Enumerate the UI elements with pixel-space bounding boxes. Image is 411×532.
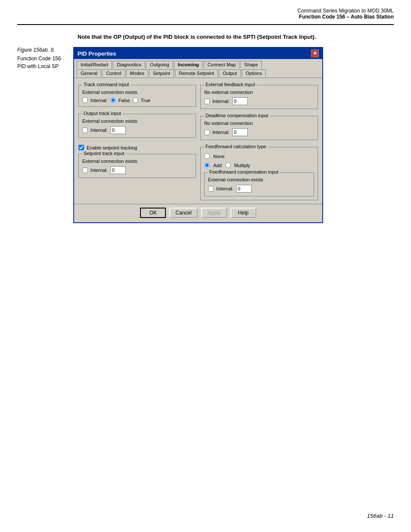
tab-remote-setpoint[interactable]: Remote Setpoint: [175, 69, 218, 77]
enable-setpoint-section: Enable setpoint tracking Setpoint track …: [78, 145, 196, 178]
setpoint-track-status: External connection exists: [82, 159, 192, 164]
ff-multiply-radio[interactable]: [225, 162, 231, 168]
external-feedback-internal-input[interactable]: [232, 97, 248, 105]
track-command-input-group: Track command input External connection …: [78, 85, 196, 107]
ok-button[interactable]: OK: [140, 208, 166, 218]
output-track-internal-input[interactable]: [110, 126, 126, 134]
setpoint-track-title: Setpoint track input: [82, 151, 125, 156]
external-feedback-internal-label: Internal:: [212, 99, 230, 104]
dialog-pid-properties: PID Properties ✕ Initial/Restart Diagnos…: [73, 47, 323, 223]
ff-add-radio[interactable]: [204, 162, 210, 168]
close-button[interactable]: ✕: [311, 50, 319, 57]
help-button[interactable]: Help: [230, 208, 256, 218]
ff-multiply-label: Multiply: [234, 163, 250, 168]
dialog-titlebar: PID Properties ✕: [74, 48, 322, 59]
tab-shape[interactable]: Shape: [240, 61, 262, 68]
right-column: External feedback input No external conn…: [200, 81, 318, 200]
deadtime-compensation-internal-input[interactable]: [232, 128, 248, 136]
ff-none-radio[interactable]: [204, 153, 210, 159]
output-track-content: External connection exists Internal:: [82, 118, 192, 134]
setpoint-track-content: External connection exists Internal:: [82, 159, 192, 174]
track-command-status: External connection exists: [82, 90, 192, 95]
tab-control[interactable]: Control: [102, 69, 125, 77]
feedforward-comp-internal-checkbox[interactable]: [208, 186, 214, 192]
ff-add-multiply-row: Add Multiply: [204, 162, 314, 168]
output-track-title: Output track input: [82, 111, 122, 116]
deadtime-compensation-internal-checkbox[interactable]: [204, 130, 210, 135]
left-column: Track command input External connection …: [78, 81, 196, 200]
output-track-internal-label: Internal:: [90, 128, 108, 133]
deadtime-compensation-status: No external connection: [204, 121, 314, 126]
tab-row-2: General Control Modes Setpoint Remote Se…: [77, 69, 320, 77]
tab-outgoing[interactable]: Outgoing: [146, 61, 173, 68]
external-feedback-group: External feedback input No external conn…: [200, 85, 318, 109]
output-track-input-group: Output track input External connection e…: [78, 114, 196, 138]
track-command-title: Track command input: [82, 82, 130, 87]
figure-ref: Figure 156ab .9.: [17, 47, 69, 53]
figure-pidlabel: PID with Local SP: [17, 63, 69, 69]
main-content: Note that the OP (Output) of the PID blo…: [0, 25, 411, 240]
external-feedback-content: No external connection Internal:: [204, 90, 314, 105]
setpoint-track-internal-label: Internal:: [90, 168, 108, 173]
tab-modes[interactable]: Modes: [126, 69, 148, 77]
figure-funccode: Function Code 156: [17, 56, 69, 62]
setpoint-track-internal-checkbox[interactable]: [82, 168, 88, 173]
deadtime-compensation-title: Deadtime compensation input: [204, 113, 270, 118]
tab-options[interactable]: Options: [242, 69, 266, 77]
apply-button[interactable]: Apply: [201, 208, 227, 218]
tab-incoming[interactable]: Incoming: [174, 61, 203, 68]
page-footer: 156ab - 11: [367, 513, 394, 519]
feedforward-comp-internal-label: Internal:: [216, 186, 234, 191]
external-feedback-title: External feedback input: [204, 82, 256, 87]
feedforward-comp-title: Feedforward compensation input: [208, 169, 280, 174]
deadtime-compensation-content: No external connection Internal:: [204, 121, 314, 136]
dialog-title: PID Properties: [78, 50, 116, 57]
enable-setpoint-label: Enable setpoint tracking: [87, 145, 137, 150]
external-feedback-internal-checkbox[interactable]: [204, 99, 210, 104]
output-track-status: External connection exists: [82, 118, 192, 124]
ff-add-label: Add: [213, 163, 222, 168]
feedforward-comp-internal-input[interactable]: [236, 185, 252, 193]
track-command-internal-checkbox[interactable]: [82, 97, 88, 103]
tab-general[interactable]: General: [77, 69, 101, 77]
ff-none-label: None: [213, 154, 224, 159]
setpoint-track-internal-row: Internal:: [82, 166, 192, 174]
feedforward-calc-content: None Add Multiply: [204, 152, 314, 168]
track-command-content: External connection exists Internal: Fal…: [82, 90, 192, 103]
setpoint-track-input-group: Setpoint track input External connection…: [78, 154, 196, 178]
track-command-true-radio[interactable]: [133, 97, 138, 103]
dialog-buttons: OK Cancel Apply Help: [74, 204, 322, 222]
header-title: Command Series Migration to MOD 30ML: [17, 8, 394, 14]
dialog-body: Track command input External connection …: [74, 78, 322, 204]
external-feedback-internal-row: Internal:: [204, 97, 314, 105]
track-command-false-radio[interactable]: [110, 97, 116, 103]
note-text: Note that the OP (Output) of the PID blo…: [78, 34, 388, 40]
figure-area: Figure 156ab .9. Function Code 156 PID w…: [17, 47, 394, 223]
feedforward-comp-input-group: Feedforward compensation input External …: [204, 172, 314, 196]
ff-none-row: None: [204, 153, 314, 159]
tab-bar: Initial/Restart Diagnostics Outgoing Inc…: [74, 59, 322, 78]
tab-row-1: Initial/Restart Diagnostics Outgoing Inc…: [77, 61, 320, 68]
setpoint-track-internal-input[interactable]: [110, 166, 126, 174]
tab-diagnostics[interactable]: Diagnostics: [113, 61, 145, 68]
output-track-internal-checkbox[interactable]: [82, 128, 88, 133]
feedforward-calc-title: Feedforward calculation type: [204, 144, 268, 149]
feedforward-comp-content: External connection exists Internal:: [208, 177, 310, 193]
figure-label: Figure 156ab .9. Function Code 156 PID w…: [17, 47, 73, 69]
external-feedback-status: No external connection: [204, 90, 314, 95]
cancel-button[interactable]: Cancel: [169, 208, 197, 218]
track-command-true-label: True: [141, 98, 150, 103]
track-command-internal-label: Internal:: [90, 98, 108, 103]
tab-setpoint[interactable]: Setpoint: [149, 69, 174, 77]
tab-connect-map[interactable]: Connect Map: [204, 61, 240, 68]
page-header: Command Series Migration to MOD 30ML Fun…: [0, 0, 411, 22]
tab-output[interactable]: Output: [219, 69, 241, 77]
deadtime-compensation-internal-row: Internal:: [204, 128, 314, 136]
enable-setpoint-header: Enable setpoint tracking: [78, 145, 196, 150]
deadtime-compensation-internal-label: Internal:: [212, 130, 230, 135]
tab-initial-restart[interactable]: Initial/Restart: [77, 61, 112, 68]
enable-setpoint-checkbox[interactable]: [78, 145, 84, 150]
header-subtitle: Function Code 156 – Auto Bias Station: [17, 14, 394, 20]
feedforward-calc-type-group: Feedforward calculation type None Add Mu…: [200, 147, 318, 200]
track-command-false-label: False: [118, 98, 130, 103]
